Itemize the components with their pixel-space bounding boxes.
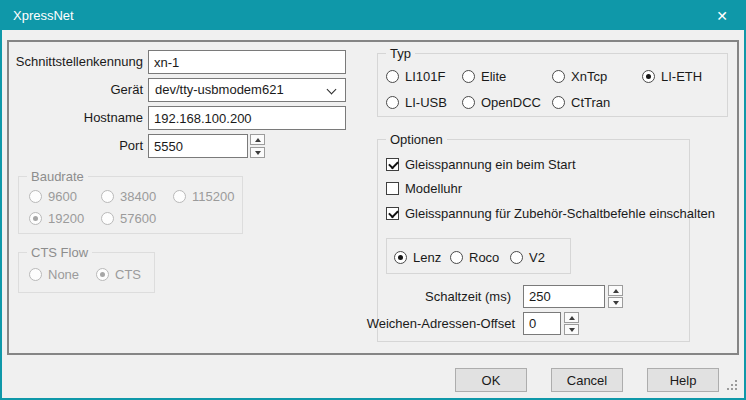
port-spin-up-button[interactable] [250, 134, 265, 145]
radio-icon [510, 251, 523, 264]
port-spinner [250, 134, 265, 158]
cts-flow-group-title: CTS Flow [27, 245, 92, 260]
baudrate-group: Baudrate 9600 38400 115200 19200 57600 [18, 176, 243, 234]
baudrate-group-title: Baudrate [27, 169, 88, 184]
radio-li-usb[interactable]: LI-USB [386, 95, 447, 110]
radio-li101f[interactable]: LI101F [386, 69, 445, 84]
radio-9600: 9600 [29, 189, 77, 204]
geraet-select[interactable]: dev/tty-usbmodem621 [148, 78, 346, 102]
schaltzeit-spin-up-button[interactable] [608, 285, 623, 296]
schaltzeit-spinner [608, 285, 623, 308]
radio-icon [552, 70, 565, 83]
xpressnet-dialog: XpressNet ✕ Schnittstellenkennung Gerät … [0, 0, 746, 400]
checkbox-checked-icon [386, 207, 399, 220]
geraet-value: dev/tty-usbmodem621 [155, 82, 284, 97]
typ-group: Typ LI101F Elite XnTcp LI-ETH LI-USB Ope… [377, 53, 728, 117]
close-icon: ✕ [716, 9, 728, 23]
checkbox-modelluhr[interactable]: Modelluhr [386, 181, 462, 196]
radio-115200: 115200 [173, 189, 234, 204]
radio-icon [552, 96, 565, 109]
arrow-up-icon [613, 289, 619, 293]
radio-li-eth[interactable]: LI-ETH [642, 69, 702, 84]
checkbox-icon [386, 182, 399, 195]
offset-input[interactable] [523, 312, 561, 335]
schaltzeit-input[interactable] [523, 285, 605, 308]
radio-icon [101, 212, 114, 225]
arrow-up-icon [255, 138, 261, 142]
help-button[interactable]: Help [647, 368, 719, 392]
variant-group: Lenz Roco V2 [386, 238, 571, 274]
radio-icon [386, 70, 399, 83]
typ-group-title: Typ [386, 46, 415, 61]
kennung-label: Schnittstellenkennung [10, 50, 143, 74]
radio-cts: CTS [96, 267, 141, 282]
hostname-label: Hostname [10, 106, 143, 130]
arrow-down-icon [255, 151, 261, 155]
radio-opendcc[interactable]: OpenDCC [462, 95, 541, 110]
window-title: XpressNet [0, 8, 74, 23]
ok-button[interactable]: OK [455, 368, 527, 392]
offset-label: Weichen-Adressen-Offset [350, 312, 515, 335]
port-input[interactable] [148, 134, 248, 158]
optionen-group-title: Optionen [386, 132, 447, 147]
offset-spin-up-button[interactable] [564, 312, 579, 323]
cts-flow-group: CTS Flow None CTS [18, 252, 155, 293]
radio-selected-icon [96, 268, 109, 281]
titlebar: XpressNet [0, 0, 746, 30]
geraet-label: Gerät [10, 78, 143, 102]
radio-38400: 38400 [101, 189, 156, 204]
radio-xntcp[interactable]: XnTcp [552, 69, 607, 84]
radio-icon [462, 96, 475, 109]
radio-icon [29, 268, 42, 281]
radio-v2[interactable]: V2 [510, 250, 545, 265]
radio-19200: 19200 [29, 211, 84, 226]
cancel-button[interactable]: Cancel [551, 368, 623, 392]
radio-icon [462, 70, 475, 83]
checkbox-gleisspannung-start[interactable]: Gleisspannung ein beim Start [386, 157, 576, 172]
radio-elite[interactable]: Elite [462, 69, 506, 84]
radio-lenz[interactable]: Lenz [394, 250, 441, 265]
radio-icon [173, 190, 186, 203]
checkbox-gleisspannung-zubehoer[interactable]: Gleisspannung für Zubehör-Schaltbefehle … [386, 206, 715, 221]
radio-selected-icon [29, 212, 42, 225]
port-spin-down-button[interactable] [250, 147, 265, 158]
schaltzeit-spin-down-button[interactable] [608, 297, 623, 308]
schaltzeit-label: Schaltzeit (ms) [377, 285, 511, 308]
arrow-up-icon [569, 316, 575, 320]
checkbox-checked-icon [386, 158, 399, 171]
kennung-input[interactable] [148, 50, 346, 74]
radio-none: None [29, 267, 79, 282]
arrow-down-icon [569, 328, 575, 332]
radio-cttran[interactable]: CtTran [552, 95, 610, 110]
radio-icon [386, 96, 399, 109]
close-button[interactable]: ✕ [700, 2, 744, 29]
radio-57600: 57600 [101, 211, 156, 226]
arrow-down-icon [613, 301, 619, 305]
chevron-down-icon [327, 85, 337, 95]
offset-spin-down-button[interactable] [564, 324, 579, 335]
resize-grip[interactable] [727, 380, 739, 392]
hostname-input[interactable] [148, 106, 346, 130]
radio-roco[interactable]: Roco [450, 250, 499, 265]
port-label: Port [10, 134, 143, 158]
radio-icon [29, 190, 42, 203]
radio-selected-icon [642, 70, 655, 83]
radio-icon [450, 251, 463, 264]
offset-spinner [564, 312, 579, 335]
radio-icon [101, 190, 114, 203]
radio-selected-icon [394, 251, 407, 264]
